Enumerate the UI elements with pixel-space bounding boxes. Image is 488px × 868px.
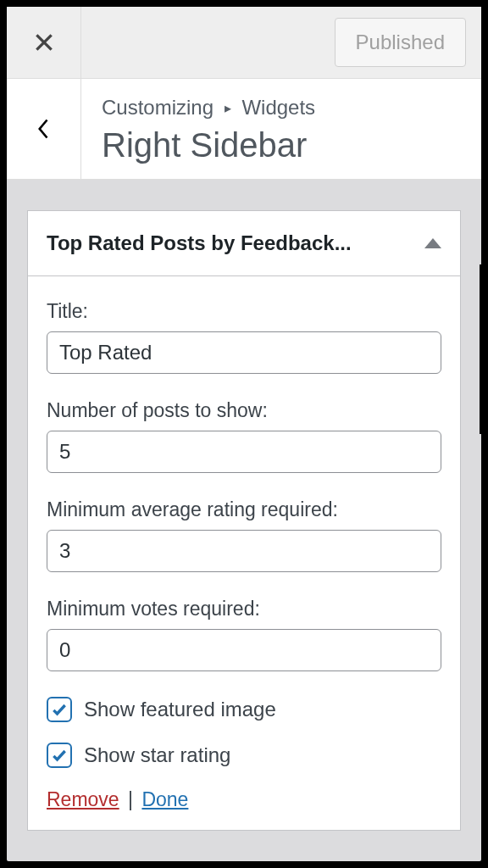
title-label: Title: (47, 300, 441, 323)
minrating-label: Minimum average rating required: (47, 498, 441, 521)
preview-scrollbar[interactable] (480, 264, 488, 434)
done-link[interactable]: Done (141, 788, 188, 810)
collapse-up-icon (424, 238, 441, 248)
count-label: Number of posts to show: (47, 399, 441, 422)
breadcrumb: Customizing ▸ Widgets (102, 96, 464, 120)
show-star-label: Show star rating (84, 743, 230, 767)
count-input[interactable] (47, 431, 441, 473)
close-icon (33, 31, 55, 53)
show-star-checkbox[interactable] (47, 743, 72, 768)
show-featured-checkbox[interactable] (47, 697, 72, 722)
breadcrumb-separator-icon: ▸ (225, 101, 231, 115)
widget-title: Top Rated Posts by Feedback... (47, 231, 352, 255)
back-button[interactable] (7, 79, 81, 179)
close-button[interactable] (7, 7, 81, 79)
breadcrumb-section: Widgets (241, 96, 315, 119)
remove-link[interactable]: Remove (47, 788, 119, 810)
publish-status-button[interactable]: Published (335, 18, 466, 67)
minvotes-label: Minimum votes required: (47, 598, 441, 620)
check-icon (51, 701, 68, 718)
title-input[interactable] (47, 331, 441, 374)
breadcrumb-root: Customizing (102, 96, 214, 119)
topbar: Published (7, 7, 481, 79)
action-separator: | (128, 788, 133, 810)
widget-actions: Remove | Done (47, 788, 441, 811)
minvotes-input[interactable] (47, 629, 441, 671)
section-header: Customizing ▸ Widgets Right Sidebar (7, 79, 481, 180)
show-featured-label: Show featured image (84, 698, 276, 721)
chevron-left-icon (35, 117, 53, 141)
widget-panel: Top Rated Posts by Feedback... Title: Nu… (27, 210, 461, 831)
check-icon (51, 747, 68, 764)
widget-header[interactable]: Top Rated Posts by Feedback... (28, 211, 460, 276)
minrating-input[interactable] (47, 530, 441, 572)
page-title: Right Sidebar (102, 126, 464, 164)
